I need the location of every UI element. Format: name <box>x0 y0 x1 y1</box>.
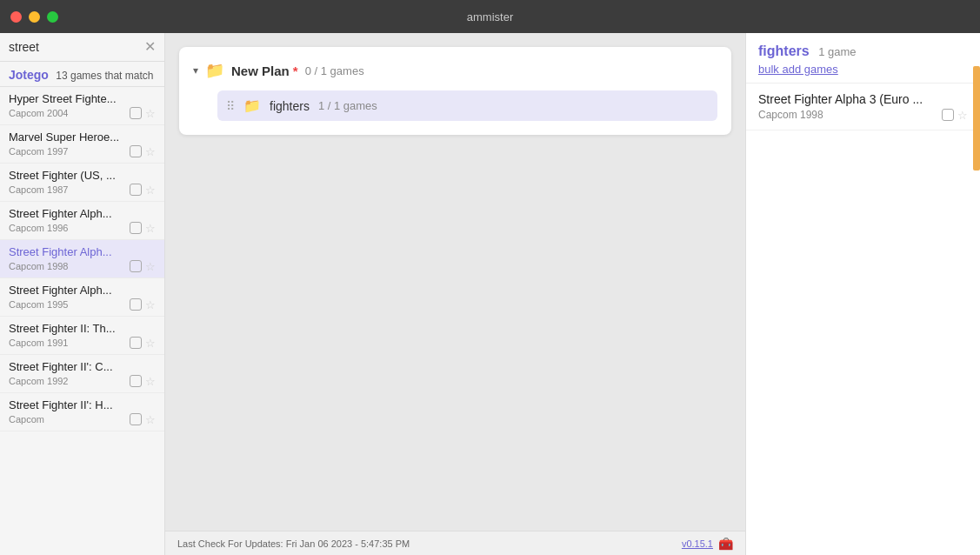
right-game-title: Street Fighter Alpha 3 (Euro ... <box>758 92 968 106</box>
scrollbar-strip[interactable] <box>973 66 980 171</box>
right-panel-count: 1 game <box>818 45 856 58</box>
game-title: Street Fighter (US, ... <box>9 169 156 182</box>
plan-header: ▾ 📁 New Plan * 0 / 1 games <box>193 61 717 80</box>
sidebar-item[interactable]: Street Fighter II': H...Capcom☆ <box>0 393 164 431</box>
right-panel-header: fighters 1 game bulk add games <box>746 33 980 84</box>
game-checkbox-icon[interactable] <box>130 184 142 196</box>
game-icons: ☆ <box>130 298 156 311</box>
sidebar-item[interactable]: Street Fighter II: Th...Capcom 1991☆ <box>0 317 164 355</box>
plan-area: ▾ 📁 New Plan * 0 / 1 games ⠿ 📁 fighters … <box>165 33 745 531</box>
plan-chevron-icon[interactable]: ▾ <box>193 64 198 77</box>
right-panel: fighters 1 game bulk add games Street Fi… <box>745 33 980 555</box>
right-game-publisher: Capcom 1998 <box>758 109 823 121</box>
game-title: Street Fighter Alph... <box>9 207 156 220</box>
search-clear-button[interactable]: ✕ <box>144 40 156 54</box>
right-game-meta: Capcom 1998☆ <box>758 109 968 121</box>
game-title: Street Fighter Alph... <box>9 245 156 258</box>
status-bar: Last Check For Updates: Fri Jan 06 2023 … <box>165 531 745 555</box>
game-meta: Capcom 2004☆ <box>9 107 156 119</box>
game-icons: ☆ <box>130 260 156 272</box>
game-meta: Capcom 1995☆ <box>9 298 156 311</box>
right-panel-title: fighters <box>758 43 810 58</box>
minimize-button[interactable] <box>29 11 40 23</box>
game-title: Street Fighter II': H... <box>9 398 156 411</box>
plan-card: ▾ 📁 New Plan * 0 / 1 games ⠿ 📁 fighters … <box>179 47 731 135</box>
plan-item-fighters[interactable]: ⠿ 📁 fighters 1 / 1 games <box>217 90 717 121</box>
game-icons: ☆ <box>130 375 156 387</box>
status-text: Last Check For Updates: Fri Jan 06 2023 … <box>177 538 410 549</box>
sidebar: street ✕ Jotego 13 games that match Hype… <box>0 33 165 555</box>
plan-item-count: 1 / 1 games <box>318 99 377 112</box>
game-star-icon[interactable]: ☆ <box>145 299 156 311</box>
game-publisher: Capcom 2004 <box>9 108 69 118</box>
game-checkbox-icon[interactable] <box>130 222 142 234</box>
brand-label[interactable]: Jotego <box>9 68 49 82</box>
game-publisher: Capcom 1996 <box>9 223 69 233</box>
version-link[interactable]: v0.15.1 <box>682 538 713 549</box>
game-star-icon[interactable]: ☆ <box>145 146 156 157</box>
app-body: street ✕ Jotego 13 games that match Hype… <box>0 33 980 555</box>
sidebar-item[interactable]: Street Fighter (US, ...Capcom 1987☆ <box>0 164 164 202</box>
game-star-icon[interactable]: ☆ <box>145 223 156 234</box>
game-icons: ☆ <box>130 145 156 157</box>
game-title: Street Fighter II: Th... <box>9 322 156 335</box>
game-publisher: Capcom 1998 <box>9 261 69 271</box>
plan-item-name: fighters <box>270 99 310 113</box>
game-publisher: Capcom 1991 <box>9 338 69 348</box>
titlebar-buttons <box>10 11 58 23</box>
game-checkbox-icon[interactable] <box>130 107 142 119</box>
sidebar-item[interactable]: Street Fighter Alph...Capcom 1998☆ <box>0 240 164 278</box>
app-title: ammister <box>467 10 513 23</box>
right-game-icons: ☆ <box>942 109 968 121</box>
sidebar-item[interactable]: Street Fighter II': C...Capcom 1992☆ <box>0 355 164 393</box>
game-checkbox-icon[interactable] <box>130 413 142 425</box>
game-title: Hyper Street Fighte... <box>9 92 156 105</box>
search-bar: street ✕ <box>0 33 164 62</box>
maximize-button[interactable] <box>47 11 58 23</box>
titlebar: ammister <box>0 0 980 33</box>
game-title: Street Fighter II': C... <box>9 360 156 373</box>
bulk-add-link[interactable]: bulk add games <box>758 63 968 76</box>
game-meta: Capcom 1998☆ <box>9 260 156 272</box>
main-content: ▾ 📁 New Plan * 0 / 1 games ⠿ 📁 fighters … <box>165 33 745 555</box>
right-panel-list: Street Fighter Alpha 3 (Euro ...Capcom 1… <box>746 84 980 555</box>
game-star-icon[interactable]: ☆ <box>145 414 156 425</box>
game-meta: Capcom 1987☆ <box>9 184 156 196</box>
game-meta: Capcom 1991☆ <box>9 337 156 349</box>
game-star-icon[interactable]: ☆ <box>145 376 156 387</box>
sidebar-item[interactable]: Hyper Street Fighte...Capcom 2004☆ <box>0 87 164 125</box>
game-checkbox-icon[interactable] <box>130 260 142 272</box>
game-star-icon[interactable]: ☆ <box>145 261 156 272</box>
game-star-icon[interactable]: ☆ <box>145 108 156 119</box>
sidebar-item[interactable]: Street Fighter Alph...Capcom 1995☆ <box>0 278 164 317</box>
right-game-checkbox-icon[interactable] <box>942 109 954 121</box>
game-icons: ☆ <box>130 222 156 234</box>
game-meta: Capcom 1992☆ <box>9 375 156 387</box>
game-title: Street Fighter Alph... <box>9 284 156 297</box>
game-checkbox-icon[interactable] <box>130 375 142 387</box>
game-checkbox-icon[interactable] <box>130 298 142 311</box>
game-meta: Capcom☆ <box>9 413 156 425</box>
game-checkbox-icon[interactable] <box>130 145 142 157</box>
sidebar-header: Jotego 13 games that match <box>0 62 164 87</box>
close-button[interactable] <box>10 11 22 23</box>
plan-count: 0 / 1 games <box>305 64 364 77</box>
game-publisher: Capcom 1997 <box>9 146 69 157</box>
game-icons: ☆ <box>130 184 156 196</box>
version-area: v0.15.1 🧰 <box>682 537 733 551</box>
sidebar-item[interactable]: Marvel Super Heroe...Capcom 1997☆ <box>0 125 164 164</box>
game-checkbox-icon[interactable] <box>130 337 142 349</box>
game-star-icon[interactable]: ☆ <box>145 184 156 196</box>
game-publisher: Capcom 1995 <box>9 299 69 310</box>
plan-title: New Plan * <box>231 64 298 78</box>
sidebar-item[interactable]: Street Fighter Alph...Capcom 1996☆ <box>0 202 164 240</box>
search-value: street <box>9 40 144 54</box>
plan-item-folder-icon: 📁 <box>243 97 261 114</box>
game-icons: ☆ <box>130 413 156 425</box>
right-game-item[interactable]: Street Fighter Alpha 3 (Euro ...Capcom 1… <box>746 84 980 130</box>
game-star-icon[interactable]: ☆ <box>145 338 156 349</box>
right-game-star-icon[interactable]: ☆ <box>957 110 968 121</box>
plan-folder-icon: 📁 <box>205 61 224 80</box>
sidebar-list: Hyper Street Fighte...Capcom 2004☆Marvel… <box>0 87 164 555</box>
game-publisher: Capcom 1987 <box>9 184 69 195</box>
